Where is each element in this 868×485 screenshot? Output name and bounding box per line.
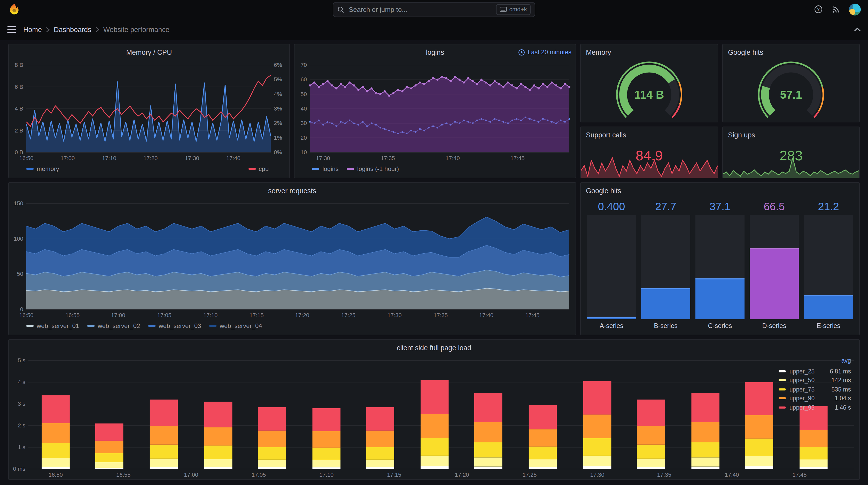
legend-item[interactable]: web_server_04 xyxy=(209,322,262,329)
x-axis-tick-label: 17:40 xyxy=(724,472,739,478)
legend-item[interactable]: logins (-1 hour) xyxy=(347,165,399,172)
user-avatar[interactable] xyxy=(849,3,861,15)
menu-icon[interactable] xyxy=(7,26,16,33)
upper_95-segment xyxy=(691,393,719,422)
logins (-1 hour)-point xyxy=(370,87,373,89)
panel-title[interactable]: Google hits xyxy=(586,187,621,194)
bar-gauge-column[interactable]: 37.1C-series xyxy=(695,198,745,333)
legend-item[interactable]: upper_951.46 s xyxy=(779,403,851,412)
x-axis-tick-label: 17:00 xyxy=(60,155,75,161)
bar-gauge-value: 0.400 xyxy=(587,198,636,215)
logins (-1 hour)-point xyxy=(485,82,487,84)
y-axis-tick-label: 2 s xyxy=(18,422,25,429)
logins-chart[interactable]: 1020304050607017:3017:3517:4017:45 xyxy=(294,60,576,163)
legend-item[interactable]: memory xyxy=(26,165,59,172)
upper_50-segment xyxy=(204,459,232,467)
x-axis-tick-label: 17:25 xyxy=(341,312,355,318)
grafana-logo[interactable] xyxy=(7,3,21,16)
legend-item[interactable]: upper_256.81 ms xyxy=(779,367,851,376)
upper_25-segment xyxy=(258,467,286,469)
upper_75-segment xyxy=(745,439,773,456)
logins (-1 hour)-point xyxy=(423,83,425,85)
google-hits-bar-gauge[interactable]: 0.400A-series27.7B-series37.1C-series66.… xyxy=(581,198,859,335)
legend-item[interactable]: logins xyxy=(312,165,339,172)
logins (-1 hour)-point xyxy=(476,83,478,85)
logins (-1 hour)-point xyxy=(489,85,491,87)
bar-gauge-category: D-series xyxy=(750,319,799,333)
legend-item[interactable]: upper_75535 ms xyxy=(779,385,851,394)
legend-swatch xyxy=(779,388,786,390)
panel-title[interactable]: server requests xyxy=(268,187,316,194)
bar-gauge-column[interactable]: 21.2E-series xyxy=(804,198,853,333)
rss-icon[interactable] xyxy=(832,5,840,13)
support-calls-stat[interactable]: 84.9 xyxy=(581,142,718,178)
panel-title[interactable]: Support calls xyxy=(586,131,626,139)
upper_75-segment xyxy=(366,447,394,460)
x-axis-tick-label: 17:15 xyxy=(387,472,401,478)
upper_95-segment xyxy=(529,405,557,429)
bar-gauge-fill xyxy=(587,317,636,319)
panel-google-hits-gauge: Google hits 57.1 xyxy=(722,44,860,122)
logins (-1 hour)-point xyxy=(406,86,408,88)
upper_50-segment xyxy=(637,459,665,467)
collapse-chevron-up-icon[interactable] xyxy=(854,27,861,32)
memory-gauge[interactable]: 114 B xyxy=(581,60,718,122)
bar-gauge-track xyxy=(804,215,853,319)
bar-gauge-column[interactable]: 0.400A-series xyxy=(587,198,636,333)
page-load-chart[interactable]: 0 ms1 s2 s3 s4 s5 s16:5016:5517:0017:051… xyxy=(9,355,859,479)
panel-title[interactable]: Memory xyxy=(586,48,611,56)
y-axis-tick-label: 1 s xyxy=(18,444,25,450)
gauge-value: 114 B xyxy=(634,88,664,101)
legend-item[interactable]: upper_50142 ms xyxy=(779,376,851,385)
logins (-1 hour)-point xyxy=(318,86,320,88)
legend-avg-header: avg xyxy=(779,357,851,366)
panel-time-range[interactable]: Last 20 minutes xyxy=(519,44,571,60)
search-input[interactable] xyxy=(348,5,492,14)
legend-label: web_server_04 xyxy=(220,322,262,329)
search-icon xyxy=(337,6,344,13)
x-axis-tick-label: 17:40 xyxy=(479,312,493,318)
legend-item[interactable]: upper_901.04 s xyxy=(779,394,851,403)
panel-title[interactable]: Memory / CPU xyxy=(126,48,172,56)
panel-title[interactable]: logins xyxy=(426,48,444,56)
x-axis-tick-label: 16:50 xyxy=(19,312,33,318)
logins (-1 hour)-point xyxy=(454,76,456,78)
panel-title[interactable]: Sign ups xyxy=(728,131,755,139)
google-hits-gauge[interactable]: 57.1 xyxy=(723,60,859,122)
breadcrumb-dashboards[interactable]: Dashboards xyxy=(54,26,91,33)
bar-gauge-column[interactable]: 66.5D-series xyxy=(750,198,799,333)
upper_95-segment xyxy=(745,382,773,415)
y-axis-tick-label: 0 ms xyxy=(13,465,25,472)
x-axis-tick-label: 17:10 xyxy=(319,472,334,478)
sign-ups-stat[interactable]: 283 xyxy=(723,142,859,178)
legend-item[interactable]: web_server_01 xyxy=(26,322,79,329)
chevron-right-icon xyxy=(96,27,99,32)
x-axis-tick-label: 17:00 xyxy=(184,472,198,478)
panel-google-hits-bars: Google hits 0.400A-series27.7B-series37.… xyxy=(580,182,860,335)
upper_50-segment xyxy=(258,460,286,467)
legend-label: upper_75 xyxy=(789,386,822,392)
y-axis-tick-label: 0 B xyxy=(15,149,23,156)
y-axis-tick-label: 8 B xyxy=(15,62,23,68)
right-axis-tick-label: 5% xyxy=(274,76,282,83)
legend-item[interactable]: cpu xyxy=(248,165,269,172)
bar-gauge-column[interactable]: 27.7B-series xyxy=(641,198,690,333)
upper_75-segment xyxy=(474,442,502,458)
x-axis-tick-label: 17:10 xyxy=(203,312,218,318)
bar-gauge-category: A-series xyxy=(587,319,636,333)
legend-swatch xyxy=(779,370,786,373)
legend-item[interactable]: web_server_02 xyxy=(87,322,140,329)
x-axis-tick-label: 17:45 xyxy=(525,312,539,318)
search-box[interactable]: cmd+k xyxy=(333,2,535,17)
x-axis-tick-label: 17:45 xyxy=(510,155,525,161)
server-requests-chart[interactable]: 05010015016:5016:5517:0017:0517:1017:151… xyxy=(9,198,576,320)
logins (-1 hour)-point xyxy=(436,78,438,80)
legend-avg-value: 1.46 s xyxy=(825,405,851,411)
breadcrumb: Home Dashboards Website performance xyxy=(23,26,169,33)
panel-title[interactable]: client side full page load xyxy=(397,344,471,352)
help-icon[interactable]: ? xyxy=(814,5,823,13)
breadcrumb-home[interactable]: Home xyxy=(23,26,42,33)
legend-item[interactable]: web_server_03 xyxy=(148,322,201,329)
panel-title[interactable]: Google hits xyxy=(728,48,764,56)
memory-cpu-chart[interactable]: 0 B2 B4 B6 B8 B0%1%2%3%4%5%6%16:5017:001… xyxy=(9,60,289,163)
